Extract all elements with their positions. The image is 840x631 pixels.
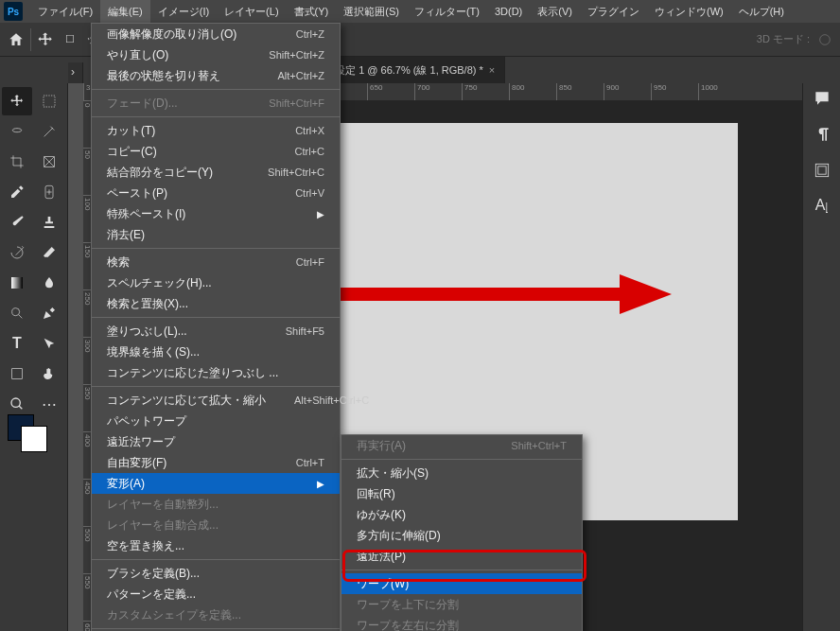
edit-menu: 画像解像度の取り消し(O)Ctrl+Zやり直し(O)Shift+Ctrl+Z最後… — [91, 23, 341, 631]
menubar-item[interactable]: 書式(Y) — [287, 0, 337, 23]
menu-item[interactable]: 変形(A)▶ — [92, 473, 340, 494]
menu-item[interactable]: 回転(R) — [341, 483, 582, 504]
menu-item[interactable]: ペースト(P)Ctrl+V — [92, 183, 340, 203]
menubar-item[interactable]: ヘルプ(H) — [731, 0, 792, 23]
frame-tool[interactable] — [34, 148, 64, 176]
crop-tool[interactable] — [2, 148, 32, 176]
brush-tool[interactable] — [2, 208, 32, 237]
app-logo: Ps — [4, 2, 23, 21]
svg-point-0 — [820, 34, 831, 44]
libraries-icon[interactable] — [813, 161, 831, 180]
menu-item[interactable]: ブラシを定義(B)... — [92, 563, 340, 584]
menu-item: ワープを上下に分割 — [341, 594, 582, 615]
svg-rect-9 — [817, 167, 825, 174]
marquee-tool[interactable] — [34, 87, 64, 115]
menu-item: レイヤーを自動合成... — [92, 515, 340, 535]
svg-point-5 — [12, 308, 20, 316]
menu-item[interactable]: コピー(C)Ctrl+C — [92, 141, 340, 162]
3d-mode-label: 3D モード : — [757, 32, 810, 46]
menubar-item[interactable]: ファイル(F) — [30, 0, 100, 23]
type-tool[interactable]: T — [2, 329, 32, 358]
menu-item[interactable]: 特殊ペースト(I)▶ — [92, 203, 340, 224]
svg-point-7 — [11, 398, 20, 407]
menubar-item[interactable]: ウィンドウ(W) — [647, 0, 731, 23]
svg-rect-8 — [815, 164, 828, 176]
menu-item[interactable]: ワープ(W) — [341, 573, 582, 594]
menu-item[interactable]: 遠近法(P) — [341, 546, 582, 567]
menubar-item[interactable]: 編集(E) — [100, 0, 150, 23]
orbit-icon — [817, 32, 832, 47]
close-icon[interactable]: × — [489, 64, 495, 76]
menu-item[interactable]: スペルチェック(H)... — [92, 272, 340, 293]
menubar-item[interactable]: レイヤー(L) — [217, 0, 286, 23]
menu-item[interactable]: 検索Ctrl+F — [92, 252, 340, 272]
menu-item[interactable]: やり直し(O)Shift+Ctrl+Z — [92, 44, 340, 65]
menubar-item[interactable]: プラグイン — [580, 0, 647, 23]
history-brush-tool[interactable] — [2, 238, 32, 267]
lasso-tool[interactable] — [2, 117, 32, 146]
hand-tool[interactable] — [34, 359, 64, 388]
menu-item[interactable]: コンテンツに応じて拡大・縮小Alt+Shift+Ctrl+C — [92, 390, 340, 411]
menu-item[interactable]: カット(T)Ctrl+X — [92, 120, 340, 141]
menu-item: レイヤーを自動整列... — [92, 494, 340, 515]
svg-rect-1 — [44, 96, 55, 107]
menu-item: ワープを左右に分割 — [341, 615, 582, 631]
menu-item[interactable]: 境界線を描く(S)... — [92, 342, 340, 362]
stamp-tool[interactable] — [34, 208, 64, 237]
wand-tool[interactable] — [34, 117, 64, 146]
menubar-item[interactable]: フィルター(T) — [407, 0, 487, 23]
menu-item[interactable]: 検索と置換(X)... — [92, 293, 340, 314]
svg-rect-4 — [11, 277, 23, 289]
menubar-item[interactable]: 表示(V) — [530, 0, 580, 23]
paragraph-icon[interactable] — [813, 125, 831, 144]
dodge-tool[interactable] — [2, 299, 32, 327]
menubar: Ps ファイル(F)編集(E)イメージ(I)レイヤー(L)書式(Y)選択範囲(S… — [0, 0, 840, 23]
heal-tool[interactable] — [34, 178, 64, 206]
menu-item[interactable]: 画像解像度の取り消し(O)Ctrl+Z — [92, 24, 340, 44]
transform-submenu: 再実行(A)Shift+Ctrl+T拡大・縮小(S)回転(R)ゆがみ(K)多方向… — [341, 434, 583, 631]
menu-item[interactable]: 遠近法ワープ — [92, 431, 340, 452]
tools-panel: T ⋯ — [0, 83, 68, 631]
gradient-tool[interactable] — [2, 269, 32, 297]
menu-item: 再実行(A)Shift+Ctrl+T — [341, 435, 582, 456]
menu-item[interactable]: パターンを定義... — [92, 584, 340, 605]
menu-item[interactable]: 消去(E) — [92, 224, 340, 245]
pen-tool[interactable] — [34, 299, 64, 327]
menu-item[interactable]: 最後の状態を切り替えAlt+Ctrl+Z — [92, 65, 340, 86]
more-tools[interactable]: ⋯ — [34, 390, 64, 418]
menu-item[interactable]: 空を置き換え... — [92, 535, 340, 556]
tab-well: › — [68, 62, 83, 83]
svg-rect-6 — [12, 369, 23, 379]
eraser-tool[interactable] — [34, 238, 64, 267]
menu-item: フェード(D)...Shift+Ctrl+F — [92, 93, 340, 114]
menubar-item[interactable]: 選択範囲(S) — [336, 0, 407, 23]
menubar-item[interactable]: 3D(D) — [487, 0, 530, 23]
menu-item[interactable]: パペットワープ — [92, 411, 340, 431]
right-panel: A| — [802, 83, 840, 631]
move-icon[interactable] — [37, 31, 54, 48]
menu-item[interactable]: ゆがみ(K) — [341, 504, 582, 525]
eyedropper-tool[interactable] — [2, 178, 32, 206]
blur-tool[interactable] — [34, 269, 64, 297]
menu-item[interactable]: 拡大・縮小(S) — [341, 463, 582, 483]
move-tool[interactable] — [2, 87, 32, 115]
menu-item[interactable]: 塗りつぶし(L)...Shift+F5 — [92, 321, 340, 342]
background-color[interactable] — [21, 426, 47, 452]
menu-item[interactable]: 自由変形(F)Ctrl+T — [92, 452, 340, 473]
comment-icon[interactable] — [813, 89, 831, 108]
menu-item[interactable]: 結合部分をコピー(Y)Shift+Ctrl+C — [92, 162, 340, 183]
shape-tool[interactable] — [2, 359, 32, 388]
menubar-item[interactable]: イメージ(I) — [150, 0, 217, 23]
menu-item[interactable]: コンテンツに応じた塗りつぶし ... — [92, 362, 340, 383]
menu-item[interactable]: 多方向に伸縮(D) — [341, 525, 582, 546]
checkbox-option[interactable]: ☐ — [60, 30, 80, 48]
path-tool[interactable] — [34, 329, 64, 358]
home-icon[interactable] — [8, 31, 25, 48]
character-icon[interactable]: A| — [815, 197, 828, 214]
menu-item: カスタムシェイプを定義... — [92, 605, 340, 625]
